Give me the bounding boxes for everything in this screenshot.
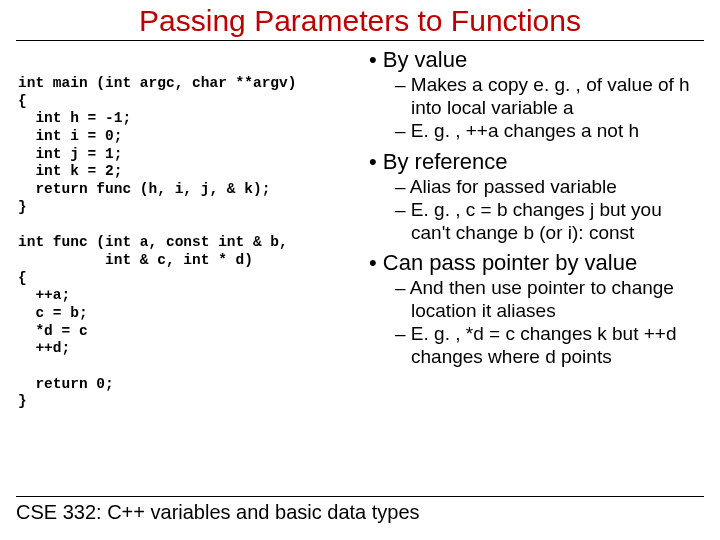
sub-list: Makes a copy e. g. , of value of h into … <box>369 74 704 142</box>
slide-title: Passing Parameters to Functions <box>16 4 704 38</box>
bullet-text: Can pass pointer by value <box>383 250 637 275</box>
slide: Passing Parameters to Functions int main… <box>0 0 720 540</box>
sub-list: Alias for passed variable E. g. , c = b … <box>369 176 704 244</box>
sub-item: Makes a copy e. g. , of value of h into … <box>395 74 704 119</box>
sub-item: E. g. , c = b changes j but you can't ch… <box>395 199 704 244</box>
sub-list: And then use pointer to change location … <box>369 277 704 368</box>
slide-footer: CSE 332: C++ variables and basic data ty… <box>16 496 704 524</box>
bullet-text: By value <box>383 47 467 72</box>
code-column: int main (int argc, char **argv) { int h… <box>16 47 363 411</box>
sub-item: Alias for passed variable <box>395 176 704 198</box>
sub-item: And then use pointer to change location … <box>395 277 704 322</box>
content-columns: int main (int argc, char **argv) { int h… <box>16 47 704 411</box>
sub-item: E. g. , ++a changes a not h <box>395 120 704 142</box>
bullet-item: Can pass pointer by value And then use p… <box>369 250 704 368</box>
bullets-column: By value Makes a copy e. g. , of value o… <box>363 47 704 411</box>
bullet-item: By value Makes a copy e. g. , of value o… <box>369 47 704 143</box>
footer-text: CSE 332: C++ variables and basic data ty… <box>16 501 704 524</box>
bullet-text: By reference <box>383 149 508 174</box>
bullet-list: By value Makes a copy e. g. , of value o… <box>369 47 704 368</box>
title-rule <box>16 40 704 41</box>
bullet-item: By reference Alias for passed variable E… <box>369 149 704 245</box>
code-block: int main (int argc, char **argv) { int h… <box>18 75 363 411</box>
footer-rule <box>16 496 704 497</box>
sub-item: E. g. , *d = c changes k but ++d changes… <box>395 323 704 368</box>
